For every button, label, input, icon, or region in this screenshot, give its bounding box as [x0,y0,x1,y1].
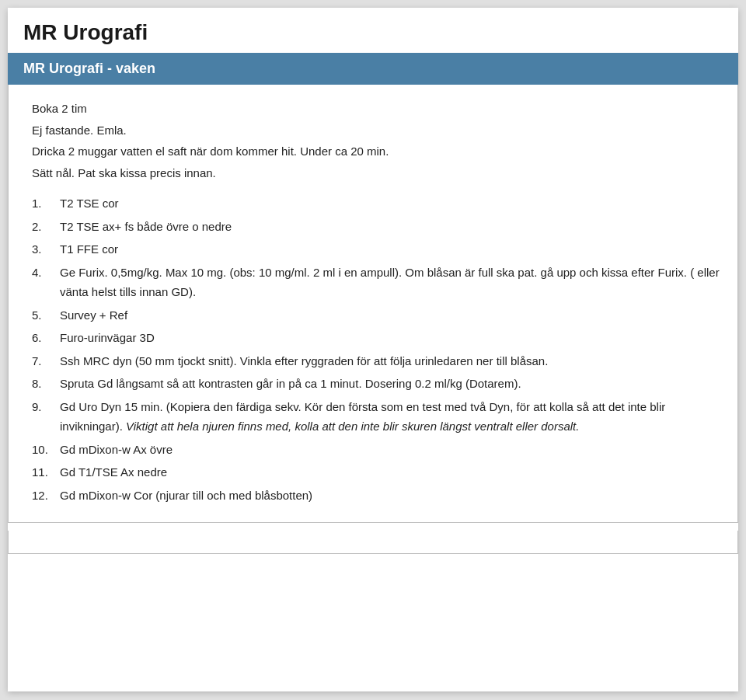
list-item: 2. T2 TSE ax+ fs både övre o nedre [32,217,722,237]
footer-space [8,531,738,554]
list-item: 1. T2 TSE cor [32,193,722,214]
numbered-list: 1. T2 TSE cor 2. T2 TSE ax+ fs både övre… [32,193,722,505]
list-text: Spruta Gd långsamt så att kontrasten går… [60,374,722,394]
list-item: 5. Survey + Ref [32,305,722,326]
intro-line-1: Boka 2 tim [32,99,722,119]
list-item: 4. Ge Furix. 0,5mg/kg. Max 10 mg. (obs: … [32,263,722,302]
list-item: 9. Gd Uro Dyn 15 min. (Kopiera den färdi… [32,397,722,437]
list-text: Gd Uro Dyn 15 min. (Kopiera den färdiga … [60,397,722,437]
list-num: 4. [32,263,60,302]
page-container: MR Urografi MR Urografi - vaken Boka 2 t… [8,8,738,691]
list-num: 8. [32,374,60,394]
list-num: 10. [32,440,60,460]
list-text: Ge Furix. 0,5mg/kg. Max 10 mg. (obs: 10 … [60,263,722,302]
content-area: Boka 2 tim Ej fastande. Emla. Dricka 2 m… [8,85,738,523]
list-text: Gd mDixon-w Ax övre [60,440,722,460]
list-text-italic: Viktigt att hela njuren finns med, kolla… [126,420,579,433]
intro-line-4: Sätt nål. Pat ska kissa precis innan. [32,163,722,183]
list-text: T1 FFE cor [60,239,722,259]
list-num: 6. [32,328,60,348]
list-text: T2 TSE ax+ fs både övre o nedre [60,217,722,237]
list-item: 10. Gd mDixon-w Ax övre [32,440,722,460]
list-item: 12. Gd mDixon-w Cor (njurar till och med… [32,486,722,506]
list-num: 12. [32,486,60,506]
list-text: Gd T1/TSE Ax nedre [60,462,722,482]
list-item: 6. Furo-urinvägar 3D [32,328,722,348]
list-item: 8. Spruta Gd långsamt så att kontrasten … [32,374,722,394]
page-title: MR Urografi [8,8,738,53]
list-text: Survey + Ref [60,305,722,326]
list-num: 5. [32,305,60,326]
list-text: Ssh MRC dyn (50 mm tjockt snitt). Vinkla… [60,351,722,371]
list-item: 11. Gd T1/TSE Ax nedre [32,462,722,482]
list-item: 3. T1 FFE cor [32,239,722,259]
list-text: Gd mDixon-w Cor (njurar till och med blå… [60,486,722,506]
list-text: T2 TSE cor [60,193,722,214]
list-num: 2. [32,217,60,237]
intro-line-2: Ej fastande. Emla. [32,120,722,141]
intro-text: Boka 2 tim Ej fastande. Emla. Dricka 2 m… [32,99,722,183]
list-num: 11. [32,462,60,482]
list-num: 7. [32,351,60,371]
intro-line-3: Dricka 2 muggar vatten el saft när dom k… [32,141,722,162]
list-item: 7. Ssh MRC dyn (50 mm tjockt snitt). Vin… [32,351,722,371]
list-num: 3. [32,239,60,259]
list-num: 1. [32,193,60,214]
list-text: Furo-urinvägar 3D [60,328,722,348]
list-num: 9. [32,397,60,437]
section-header: MR Urografi - vaken [8,53,738,85]
